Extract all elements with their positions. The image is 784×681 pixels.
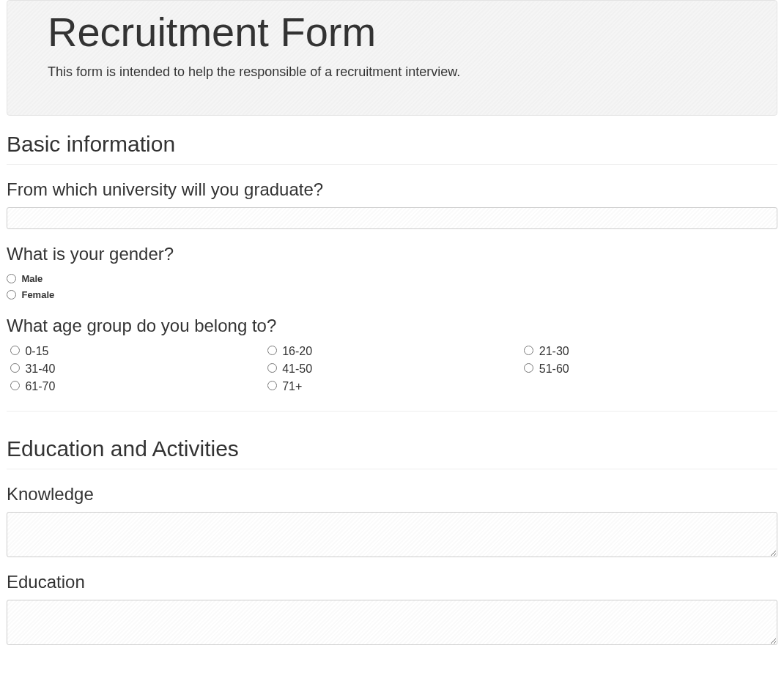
question-age: What age group do you belong to? (7, 316, 777, 336)
age-options-grid: 0-15 16-20 21-30 31-40 41-50 51-60 (7, 343, 777, 396)
age-radio-0-15[interactable] (10, 346, 20, 355)
education-input[interactable] (7, 600, 777, 645)
form-header: Recruitment Form This form is intended t… (7, 0, 777, 116)
age-option-61-70: 61-70 (7, 379, 264, 393)
section-divider (7, 411, 777, 412)
age-label-0-15[interactable]: 0-15 (25, 345, 48, 357)
form-title: Recruitment Form (48, 8, 736, 56)
gender-radio-female[interactable] (7, 290, 16, 299)
university-input[interactable] (7, 207, 777, 229)
age-option-0-15: 0-15 (7, 343, 264, 358)
gender-radio-male[interactable] (7, 274, 16, 283)
age-radio-61-70[interactable] (10, 381, 20, 390)
age-radio-21-30[interactable] (524, 346, 533, 355)
age-label-31-40[interactable]: 31-40 (25, 362, 55, 375)
age-label-51-60[interactable]: 51-60 (539, 362, 569, 375)
gender-option-female: Female (7, 288, 777, 301)
age-option-41-50: 41-50 (264, 361, 521, 376)
knowledge-input[interactable] (7, 512, 777, 557)
gender-label-male[interactable]: Male (21, 273, 42, 284)
age-radio-41-50[interactable] (267, 363, 277, 373)
age-option-71-plus: 71+ (264, 379, 521, 393)
age-label-41-50[interactable]: 41-50 (282, 362, 312, 375)
age-option-51-60: 51-60 (520, 361, 777, 376)
form-description: This form is intended to help the respon… (48, 64, 736, 80)
question-gender: What is your gender? (7, 244, 777, 264)
gender-label-female[interactable]: Female (21, 289, 54, 300)
question-knowledge: Knowledge (7, 484, 777, 505)
gender-option-male: Male (7, 272, 777, 285)
question-university: From which university will you graduate? (7, 179, 777, 200)
age-radio-31-40[interactable] (10, 363, 20, 373)
age-option-31-40: 31-40 (7, 361, 264, 376)
age-label-16-20[interactable]: 16-20 (282, 345, 312, 357)
question-education: Education (7, 572, 777, 592)
age-option-16-20: 16-20 (264, 343, 521, 358)
age-option-21-30: 21-30 (520, 343, 777, 358)
section-title-education: Education and Activities (7, 436, 777, 469)
age-label-61-70[interactable]: 61-70 (25, 380, 55, 392)
section-title-basic: Basic information (7, 132, 777, 165)
age-label-71-plus[interactable]: 71+ (282, 380, 302, 392)
age-label-21-30[interactable]: 21-30 (539, 345, 569, 357)
form-content: Basic information From which university … (0, 132, 784, 645)
age-radio-16-20[interactable] (267, 346, 277, 355)
age-radio-71-plus[interactable] (267, 381, 277, 390)
age-radio-51-60[interactable] (524, 363, 533, 373)
